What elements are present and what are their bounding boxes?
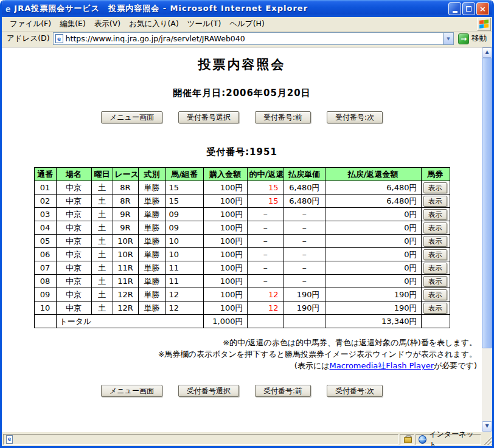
menu-edit[interactable]: 編集(E)	[55, 17, 90, 31]
cell-amount: 100円	[203, 302, 247, 315]
show-ticket-button[interactable]: 表示	[423, 209, 447, 220]
scroll-up-button[interactable]: ▲	[482, 47, 492, 58]
show-ticket-button[interactable]: 表示	[423, 289, 447, 300]
note-line-3: (表示にはMacromedia社Flash Playerが必要です)	[2, 360, 477, 371]
menu-file[interactable]: ファイル(F)	[5, 17, 55, 31]
cell-race: 10R	[113, 248, 138, 261]
show-ticket-button[interactable]: 表示	[423, 303, 447, 314]
note-line-3-prefix: (表示には	[294, 361, 330, 370]
bet-row: 04 中京 土 9R 単勝 09 100円 － － 0円 表示	[34, 221, 450, 235]
page-body: 投票内容照会 開催年月日:2006年05月20日 メニュー画面 受付番号選択 受…	[2, 47, 482, 432]
address-input[interactable]: e https://www.inq.jra.go.jp/jra/servlet/…	[53, 32, 454, 45]
cell-serial: 02	[34, 195, 56, 208]
menu-screen-button-bottom[interactable]: メニュー画面	[101, 385, 162, 397]
receipt-next-button[interactable]: 受付番号:次	[327, 111, 383, 123]
show-ticket-button[interactable]: 表示	[423, 263, 447, 274]
menu-bar: ファイル(F) 編集(E) 表示(V) お気に入り(A) ツール(T) ヘルプ(…	[2, 17, 492, 32]
cell-ticket: 表示	[421, 275, 450, 288]
cell-bet-type: 単勝	[138, 288, 165, 302]
cell-race: 9R	[113, 221, 138, 235]
receipt-prev-button-bottom[interactable]: 受付番号:前	[255, 385, 311, 397]
show-ticket-button[interactable]: 表示	[423, 249, 447, 260]
cell-bet-type: 単勝	[138, 221, 165, 235]
cell-horse-number: 09	[165, 221, 203, 235]
page-title: 投票内容照会	[2, 56, 482, 73]
cell-total-payout: 13,340円	[325, 315, 421, 328]
cell-serial: 08	[34, 275, 56, 288]
bet-row: 05 中京 土 10R 単勝 10 100円 － － 0円 表示	[34, 235, 450, 248]
receipt-next-button-bottom[interactable]: 受付番号:次	[327, 385, 383, 397]
cell-ticket: 表示	[421, 261, 450, 275]
cell-unit-payout: －	[284, 221, 325, 235]
vertical-scrollbar[interactable]: ▲ ▼	[482, 47, 492, 432]
cell-bet-type: 単勝	[138, 181, 165, 195]
cell-serial: 03	[34, 208, 56, 221]
go-button[interactable]: → 移動	[457, 33, 490, 45]
status-message-section: e	[3, 434, 398, 445]
nav-buttons-top: メニュー画面 受付番号選択 受付番号:前 受付番号:次	[2, 111, 482, 123]
cell-horse-number: 10	[165, 248, 203, 261]
address-bar: アドレス(D) e https://www.inq.jra.go.jp/jra/…	[2, 32, 492, 47]
bet-row: 06 中京 土 10R 単勝 10 100円 － － 0円 表示	[34, 248, 450, 261]
cell-horse-number: 11	[165, 275, 203, 288]
show-ticket-button[interactable]: 表示	[423, 182, 447, 193]
cell-hit: 12	[247, 302, 284, 315]
col-header-horse-number: 馬/組番	[165, 168, 203, 181]
lock-icon	[404, 435, 411, 443]
notes: ※的中/返還の赤色は的中馬券、青色は返還対象の馬(枠)番を表します。 ※馬券欄の…	[2, 337, 477, 371]
scroll-down-button[interactable]: ▼	[482, 421, 492, 432]
menu-screen-button[interactable]: メニュー画面	[101, 111, 162, 123]
address-dropdown-button[interactable]: ▼	[443, 33, 453, 44]
cell-race: 10R	[113, 235, 138, 248]
cell-total-blank	[421, 315, 450, 328]
cell-serial: 09	[34, 288, 56, 302]
cell-payout: 190円	[325, 288, 421, 302]
event-date: 開催年月日:2006年05月20日	[2, 88, 482, 99]
cell-bet-type: 単勝	[138, 261, 165, 275]
show-ticket-button[interactable]: 表示	[423, 196, 447, 207]
scrollbar-thumb[interactable]	[482, 58, 492, 348]
cell-unit-payout: －	[284, 261, 325, 275]
cell-payout: 6,480円	[325, 195, 421, 208]
cell-total-blank	[247, 315, 284, 328]
cell-race: 8R	[113, 195, 138, 208]
menu-favorites[interactable]: お気に入り(A)	[125, 17, 183, 31]
document-icon: e	[6, 435, 13, 444]
ie-logo-icon: e	[5, 4, 10, 14]
show-ticket-button[interactable]: 表示	[423, 222, 447, 233]
cell-serial: 04	[34, 221, 56, 235]
cell-bet-type: 単勝	[138, 195, 165, 208]
cell-ticket: 表示	[421, 195, 450, 208]
maximize-button[interactable]	[462, 2, 475, 15]
show-ticket-button[interactable]: 表示	[423, 236, 447, 247]
close-button[interactable]: ×	[476, 2, 489, 15]
receipt-prev-button[interactable]: 受付番号:前	[255, 111, 311, 123]
menu-help[interactable]: ヘルプ(H)	[225, 17, 269, 31]
flash-player-link[interactable]: Macromedia社Flash Player	[330, 361, 434, 370]
zone-section: インターネット	[416, 434, 481, 445]
status-bar: e インターネット	[2, 432, 492, 446]
cell-payout: 0円	[325, 261, 421, 275]
resize-grip[interactable]	[482, 436, 492, 445]
windows-logo-tile	[477, 18, 491, 31]
cell-horse-number: 15	[165, 181, 203, 195]
cell-place: 中京	[56, 248, 91, 261]
minimize-icon	[453, 11, 457, 13]
menu-tools[interactable]: ツール(T)	[183, 17, 225, 31]
cell-total-amount: 1,000円	[203, 315, 247, 328]
minimize-button[interactable]	[448, 2, 461, 15]
bet-row: 07 中京 土 11R 単勝 11 100円 － － 0円 表示	[34, 261, 450, 275]
receipt-select-button[interactable]: 受付番号選択	[178, 111, 239, 123]
show-ticket-button[interactable]: 表示	[423, 276, 447, 287]
bet-row: 02 中京 土 8R 単勝 15 100円 15 6,480円 6,480円 表…	[34, 195, 450, 208]
scrollbar-track[interactable]	[482, 58, 492, 421]
browser-viewport: 投票内容照会 開催年月日:2006年05月20日 メニュー画面 受付番号選択 受…	[2, 47, 492, 432]
title-bar[interactable]: e JRA投票照会サービス 投票内容照会 - Microsoft Interne…	[2, 0, 492, 17]
cell-place: 中京	[56, 302, 91, 315]
receipt-select-button-bottom[interactable]: 受付番号選択	[178, 385, 239, 397]
bets-table: 通番 場名 曜日 レース 式別 馬/組番 購入金額 的中/返還 払戻単価 払戻/…	[34, 167, 450, 328]
cell-place: 中京	[56, 275, 91, 288]
cell-hit: －	[247, 261, 284, 275]
menu-view[interactable]: 表示(V)	[90, 17, 125, 31]
cell-unit-payout: 6,480円	[284, 195, 325, 208]
